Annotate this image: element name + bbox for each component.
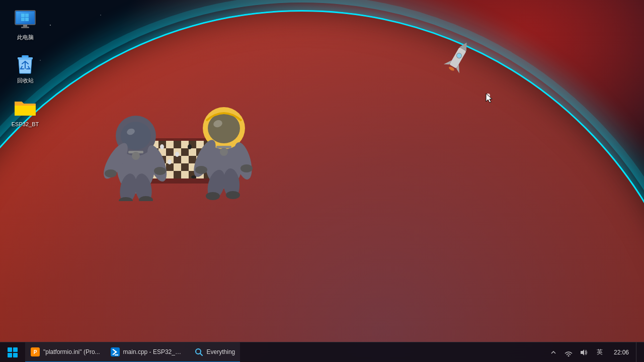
system-tray: 英 22:06 xyxy=(543,342,644,363)
svg-point-165 xyxy=(568,355,569,356)
monitor-icon xyxy=(13,8,37,32)
planet xyxy=(0,10,644,362)
folder-image xyxy=(13,95,37,119)
everything-label: Everything xyxy=(207,348,235,355)
svg-line-164 xyxy=(200,353,202,355)
svg-rect-157 xyxy=(15,105,36,116)
desktop-icons: 此电脑 xyxy=(0,0,60,135)
platformio-label: "platformio.ini" (Pro... xyxy=(43,348,100,355)
windows-logo xyxy=(8,347,18,357)
svg-rect-152 xyxy=(25,18,29,21)
network-icon[interactable] xyxy=(562,346,575,358)
wallpaper xyxy=(0,0,644,362)
show-desktop-button[interactable] xyxy=(636,342,640,363)
recycle-bin-image xyxy=(13,51,37,75)
language-label: 英 xyxy=(597,348,603,356)
recycle-bin-icon[interactable]: 回收站 xyxy=(5,48,45,86)
this-pc-icon[interactable]: 此电脑 xyxy=(5,5,45,43)
svg-rect-150 xyxy=(25,14,29,17)
svg-rect-158 xyxy=(15,104,36,106)
esp32-bt-label: ESP32_BT xyxy=(12,121,39,128)
main-cpp-label: main.cpp - ESP32_B... xyxy=(123,348,184,355)
this-pc-label: 此电脑 xyxy=(17,34,34,41)
tray-expand-button[interactable] xyxy=(547,346,559,358)
svg-rect-154 xyxy=(21,27,29,28)
taskbar-item-main-cpp[interactable]: main.cpp - ESP32_B... xyxy=(105,342,189,363)
platformio-icon: P xyxy=(30,347,40,357)
svg-marker-166 xyxy=(581,349,584,355)
taskbar-item-platformio[interactable]: P "platformio.ini" (Pro... xyxy=(25,342,105,363)
svg-rect-155 xyxy=(18,57,33,59)
vscode-icon xyxy=(110,347,120,357)
svg-rect-153 xyxy=(23,25,27,27)
svg-rect-149 xyxy=(21,14,25,17)
svg-rect-156 xyxy=(22,55,29,57)
desktop: 此电脑 xyxy=(0,0,644,362)
recycle-bin-label: 回收站 xyxy=(17,77,34,84)
esp32-bt-icon[interactable]: ESP32_BT xyxy=(5,92,45,130)
everything-search-icon xyxy=(194,347,204,357)
clock-display[interactable]: 22:06 xyxy=(610,342,633,363)
language-indicator[interactable]: 英 xyxy=(593,346,607,358)
volume-icon[interactable] xyxy=(578,346,590,358)
svg-rect-151 xyxy=(21,18,25,21)
taskbar-item-everything[interactable]: Everything xyxy=(189,342,240,363)
start-button[interactable] xyxy=(0,342,25,363)
taskbar: P "platformio.ini" (Pro... main.cpp - ES… xyxy=(0,342,644,362)
clock-time: 22:06 xyxy=(614,349,629,356)
svg-text:P: P xyxy=(34,349,37,355)
